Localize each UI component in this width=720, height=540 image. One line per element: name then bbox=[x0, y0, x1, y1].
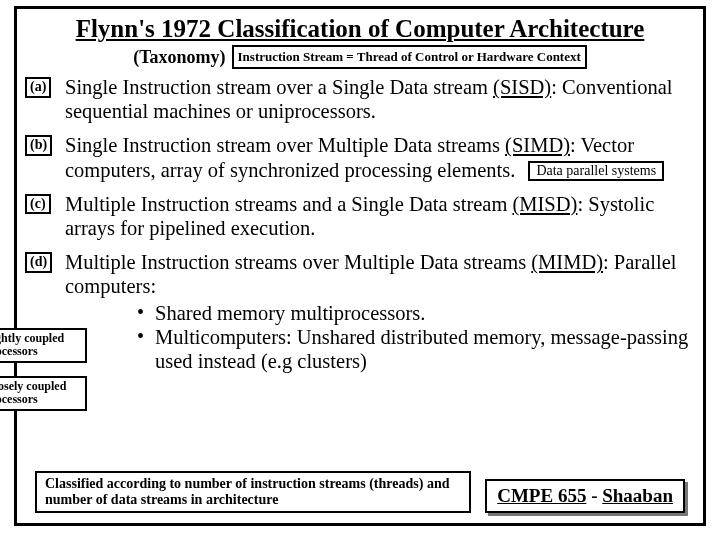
loose-coupled-box: Loosely coupled processors bbox=[0, 376, 87, 410]
course-box: CMPE 655 - Shaaban bbox=[485, 479, 685, 513]
instruction-note-box: Instruction Stream = Thread of Control o… bbox=[232, 45, 587, 69]
item-d-bullets: Shared memory multiprocessors. Multicomp… bbox=[137, 301, 695, 374]
bullet-multicomputers: Multicomputers: Unshared distributed mem… bbox=[137, 325, 695, 373]
slide-title: Flynn's 1972 Classification of Computer … bbox=[25, 15, 695, 43]
course-sep: - bbox=[586, 485, 602, 506]
item-a: (a) Single Instruction stream over a Sin… bbox=[25, 75, 695, 123]
item-d-text-a: Multiple Instruction streams over Multip… bbox=[65, 251, 531, 273]
slide-footer: Classified according to number of instru… bbox=[35, 471, 685, 513]
slide-frame: Flynn's 1972 Classification of Computer … bbox=[14, 6, 706, 526]
classification-note: Classified according to number of instru… bbox=[35, 471, 471, 513]
item-c: (c) Multiple Instruction streams and a S… bbox=[25, 192, 695, 240]
tight-coupled-box: Tightly coupled processors bbox=[0, 328, 87, 362]
item-b-abbr: (SIMD) bbox=[505, 134, 570, 156]
bullet-shared-memory: Shared memory multiprocessors. bbox=[137, 301, 695, 325]
item-b-text-a: Single Instruction stream over Multiple … bbox=[65, 134, 505, 156]
course-code: CMPE 655 bbox=[497, 485, 586, 506]
data-parallel-box: Data parallel systems bbox=[528, 161, 664, 182]
item-c-abbr: (MISD) bbox=[512, 193, 577, 215]
tag-b: (b) bbox=[25, 135, 52, 156]
item-d: (d) Multiple Instruction streams over Mu… bbox=[25, 250, 695, 373]
tag-a: (a) bbox=[25, 77, 51, 98]
item-a-text-a: Single Instruction stream over a Single … bbox=[65, 76, 493, 98]
item-d-abbr: (MIMD) bbox=[531, 251, 603, 273]
tag-c: (c) bbox=[25, 194, 51, 215]
tag-d: (d) bbox=[25, 252, 52, 273]
course-author: Shaaban bbox=[602, 485, 673, 506]
taxonomy-label: (Taxonomy) bbox=[133, 47, 225, 68]
item-a-abbr: (SISD) bbox=[493, 76, 551, 98]
item-c-text-a: Multiple Instruction streams and a Singl… bbox=[65, 193, 512, 215]
item-b: (b) Single Instruction stream over Multi… bbox=[25, 133, 695, 181]
taxonomy-line: (Taxonomy) Instruction Stream = Thread o… bbox=[25, 45, 695, 69]
